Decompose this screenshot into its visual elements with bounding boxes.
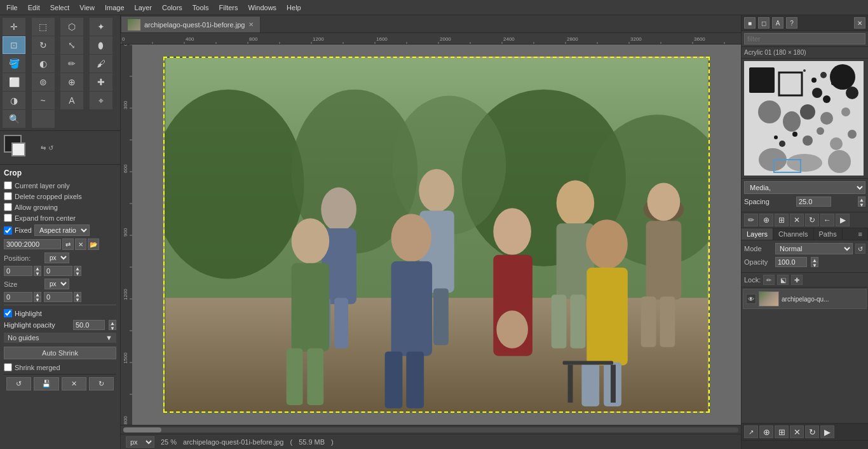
layer-delete-button[interactable]: ✕ [790,425,804,438]
brush-nav-left-button[interactable]: ← [820,214,834,226]
menu-file[interactable]: File [3,3,22,13]
spacing-down[interactable]: ▼ [858,202,865,207]
highlight-opacity-down[interactable]: ▼ [109,325,116,330]
size-w-input[interactable] [4,292,32,302]
brush-delete-button[interactable]: ✕ [790,214,804,226]
auto-shrink-button[interactable]: Auto Shrink [4,347,116,359]
shrink-merged-checkbox[interactable] [4,363,12,371]
discard-settings-button[interactable]: ✕ [62,377,86,390]
eraser-tool[interactable]: ⬜ [3,73,25,91]
position-y-up[interactable]: ▲ [74,266,81,271]
opacity-up[interactable]: ▲ [811,257,818,262]
layer-visibility-toggle[interactable]: 👁 [746,294,756,304]
menu-layer[interactable]: Layer [131,3,156,13]
menu-view[interactable]: View [76,3,98,13]
pattern-icon[interactable]: ◻ [758,17,770,29]
heal-tool[interactable]: ✚ [90,73,112,91]
filter-input[interactable] [744,33,865,45]
spacing-input[interactable] [796,197,831,207]
menu-edit[interactable]: Edit [24,3,44,13]
opacity-input[interactable] [775,257,807,267]
layer-item[interactable]: 👁 archipelago-qu... [743,289,867,309]
load-dimensions-icon[interactable]: 📂 [88,238,99,250]
layer-refresh-button[interactable]: ↻ [805,425,819,438]
no-guides-dropdown[interactable]: No guides ▼ [4,333,116,343]
brush-refresh-button[interactable]: ↻ [805,214,819,226]
layer-export-button[interactable]: ↗ [744,425,758,438]
dodge-burn-tool[interactable]: ◑ [3,92,25,109]
canvas-scrollable[interactable] [132,45,741,425]
clone-tool[interactable]: ⊕ [60,73,83,91]
eyedropper-tool[interactable]: ⌖ [90,92,112,109]
tab-paths[interactable]: Paths [814,228,843,240]
mode-select[interactable]: Normal Multiply Screen [775,243,853,254]
fixed-select[interactable]: Aspect ratio Width Height Size [34,224,90,236]
text-tool[interactable]: A [60,92,83,109]
canvas-image[interactable] [163,57,710,413]
airbrush-tool[interactable]: ⊚ [32,73,55,91]
delete-cropped-pixels-checkbox[interactable] [4,192,12,200]
font-icon[interactable]: A [772,17,783,29]
highlight-opacity-input[interactable] [73,320,105,330]
paintbrush-tool[interactable]: 🖌 [90,55,112,73]
position-y-input[interactable] [44,266,72,276]
scrollbar-thumb-h[interactable] [123,427,161,432]
position-unit-select[interactable]: px % [44,252,69,263]
size-h-down[interactable]: ▼ [74,297,81,302]
highlight-opacity-up[interactable]: ▲ [109,320,116,325]
layer-add-button[interactable]: ⊕ [759,425,773,438]
free-select-tool[interactable]: ⬡ [60,18,83,36]
dimensions-input[interactable] [4,239,61,249]
lock-all-button[interactable]: ✚ [791,275,803,285]
opacity-down[interactable]: ▼ [811,262,818,267]
tab-channels[interactable]: Channels [773,228,813,240]
allow-growing-checkbox[interactable] [4,203,12,211]
blend-tool[interactable]: ◐ [32,55,55,73]
unit-select[interactable]: px % mm [126,436,154,448]
reset-mode-icon[interactable]: ↺ [855,244,865,254]
brush-copy-button[interactable]: ⊞ [775,214,789,226]
menu-select[interactable]: Select [46,3,74,13]
size-unit-select[interactable]: px % [44,279,69,289]
spacing-up[interactable]: ▲ [858,197,865,202]
menu-filters[interactable]: Filters [215,3,242,13]
save-settings-button[interactable]: 💾 [34,377,58,390]
menu-tools[interactable]: Tools [189,3,213,13]
menu-windows[interactable]: Windows [244,3,280,13]
paint-bucket-tool[interactable]: 🪣 [3,55,25,73]
smudge-tool[interactable]: ~ [32,92,55,109]
tab-layers[interactable]: Layers [742,228,773,240]
highlight-checkbox[interactable] [4,309,12,317]
menu-image[interactable]: Image [101,3,128,13]
close-right-panel-button[interactable]: ✕ [854,17,865,29]
swap-colors-icon[interactable]: ⇆ [41,144,46,151]
media-select[interactable]: Media, [744,181,865,194]
size-h-up[interactable]: ▲ [74,292,81,297]
lock-pencil-button[interactable]: ✏ [763,275,775,285]
rect-select-tool[interactable]: ⬚ [32,18,55,36]
size-w-down[interactable]: ▼ [34,297,41,302]
help-icon[interactable]: ? [786,17,797,29]
swap-dimensions-icon[interactable]: ⇄ [62,238,74,250]
zoom-tool[interactable]: 🔍 [3,110,25,128]
right-panel-scrollbar[interactable] [742,440,868,449]
move-tool[interactable]: ✛ [3,18,25,36]
reset-colors-icon[interactable]: ↺ [48,144,53,151]
reset-button[interactable]: ↻ [89,377,114,390]
position-x-down[interactable]: ▼ [34,271,41,276]
scale-tool[interactable]: ⤡ [60,36,83,54]
background-color[interactable] [11,142,25,156]
brush-nav-right-button[interactable]: ▶ [836,214,850,226]
brush-edit-button[interactable]: ✏ [744,214,758,226]
brush-icon[interactable]: ■ [744,17,756,29]
position-x-input[interactable] [4,266,32,276]
expand-from-center-checkbox[interactable] [4,214,12,222]
layer-group-button[interactable]: ⊞ [775,425,789,438]
size-w-up[interactable]: ▲ [34,292,41,297]
shear-tool[interactable]: ⬮ [90,36,112,54]
canvas-tab[interactable]: archipelago-quest-01i-before.jpg ✕ [121,16,261,32]
fuzzy-select-tool[interactable]: ✦ [90,18,112,36]
pencil-tool[interactable]: ✏ [60,55,83,73]
layer-tabs-menu[interactable]: ≡ [853,228,868,240]
horizontal-scrollbar[interactable] [121,425,741,434]
